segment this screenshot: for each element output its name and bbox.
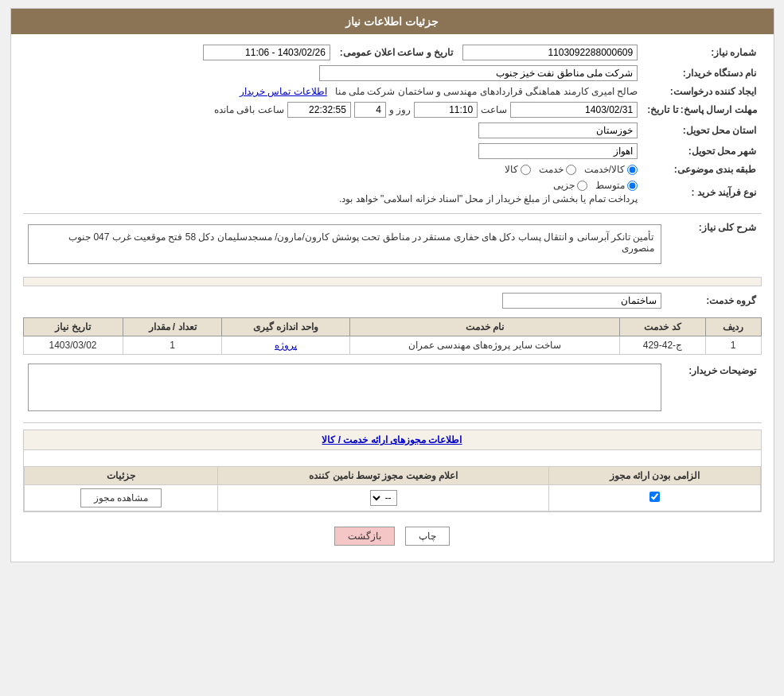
need-description-label: شرح کلی نیاز: <box>666 218 762 270</box>
cell-date: 1403/03/02 <box>23 336 123 355</box>
category-kala-khedmat-label: کالا/خدمت <box>584 164 625 175</box>
requester-name: صالح امیری کارمند هماهنگی قراردادهای مهن… <box>335 86 638 97</box>
col-qty: تعداد / مقدار <box>123 318 222 336</box>
process-type-note: پرداخت تمام یا بخشی از مبلغ خریدار از مح… <box>28 193 638 204</box>
deadline-time-input[interactable] <box>414 102 478 118</box>
table-row: 1 ج-42-429 ساخت سایر پروژه‌های مهندسی عم… <box>23 336 761 355</box>
cell-unit[interactable]: پروژه <box>222 336 349 355</box>
delivery-city-input[interactable] <box>478 143 638 159</box>
delivery-province-label: استان محل تحویل: <box>642 120 761 141</box>
permissions-section: اطلاعات مجوزهای ارائه خدمت / کالا الزامی… <box>23 430 762 512</box>
col-row: ردیف <box>705 318 761 336</box>
deadline-days-input[interactable] <box>354 102 386 118</box>
col-code: کد خدمت <box>620 318 706 336</box>
perm-status-select[interactable]: -- <box>370 490 397 506</box>
buyer-dept-input[interactable] <box>319 65 638 81</box>
need-description-text: تأمین تانکر آبرسانی و انتقال پساب دکل ها… <box>28 224 661 264</box>
perm-col-status: اعلام وضعیت مجوز توسط نامین کننده <box>218 467 549 485</box>
cell-qty: 1 <box>123 336 222 355</box>
category-kala-label: کالا <box>505 164 518 175</box>
hours-label: ساعت <box>481 104 507 115</box>
perm-col-details: جزئیات <box>24 467 218 485</box>
footer-buttons: بازگشت چاپ <box>23 519 762 554</box>
category-khedmat-label: خدمت <box>539 164 564 175</box>
requester-label: ایجاد کننده درخواست: <box>642 84 761 99</box>
delivery-city-label: شهر محل تحویل: <box>642 141 761 161</box>
cell-row: 1 <box>705 336 761 355</box>
buyer-dept-label: نام دستگاه خریدار: <box>642 63 761 84</box>
service-group-input[interactable] <box>502 293 661 309</box>
category-radio-kala-khedmat[interactable] <box>627 165 638 175</box>
cell-code: ج-42-429 <box>620 336 706 355</box>
view-permit-button[interactable]: مشاهده مجوز <box>80 488 162 507</box>
back-button[interactable]: بازگشت <box>334 527 395 546</box>
public-announce-label: تاریخ و ساعت اعلان عمومی: <box>335 42 458 63</box>
permissions-table: الزامی بودن ارائه مجوز اعلام وضعیت مجوز … <box>24 466 761 511</box>
page-title: جزئیات اطلاعات نیاز <box>11 9 774 34</box>
need-number-label: شماره نیاز: <box>642 42 761 63</box>
process-type-motawaset-label: متوسط <box>595 180 625 191</box>
submit-deadline-label: مهلت ارسال پاسخ: تا تاریخ: <box>642 99 761 120</box>
deadline-date-input[interactable] <box>510 102 638 118</box>
category-radio-kala[interactable] <box>521 165 531 175</box>
delivery-province-input[interactable] <box>478 122 638 138</box>
print-button[interactable]: چاپ <box>405 527 450 546</box>
announce-date-input[interactable] <box>203 45 330 60</box>
perm-status-cell: -- <box>218 485 549 511</box>
buyer-description-textarea[interactable] <box>28 364 661 411</box>
perm-required-checkbox[interactable] <box>649 492 660 502</box>
need-number-input[interactable] <box>462 45 638 60</box>
cell-name: ساخت سایر پروژه‌های مهندسی عمران <box>349 336 620 355</box>
perm-col-required: الزامی بودن ارائه مجوز <box>549 467 760 485</box>
category-label: طبقه بندی موضوعی: <box>642 161 761 177</box>
process-type-jozi-label: جزیی <box>553 180 575 191</box>
process-type-label: نوع فرآیند خرید : <box>642 177 761 207</box>
process-type-radio-motawaset[interactable] <box>627 181 638 191</box>
process-type-radio-jozi[interactable] <box>577 181 587 191</box>
days-label: روز و <box>389 104 411 115</box>
perm-table-row: -- مشاهده مجوز <box>24 485 760 511</box>
col-name: نام خدمت <box>349 318 620 336</box>
requester-link[interactable]: اطلاعات تماس خریدار <box>240 86 327 97</box>
deadline-hours-countdown[interactable] <box>287 102 351 118</box>
buyer-desc-label: توضیحات خریدار: <box>666 361 762 416</box>
services-info-header <box>23 277 762 286</box>
service-group-label: گروه خدمت: <box>666 290 762 311</box>
remaining-label: ساعت باقی مانده <box>214 104 284 115</box>
category-radio-khedmat[interactable] <box>566 165 576 175</box>
perm-required-checkbox-cell <box>549 485 760 511</box>
permissions-header-link[interactable]: اطلاعات مجوزهای ارائه خدمت / کالا <box>322 434 462 445</box>
perm-details-cell: مشاهده مجوز <box>24 485 218 511</box>
col-date: تاریخ نیاز <box>23 318 123 336</box>
services-table: ردیف کد خدمت نام خدمت واحد اندازه گیری ت… <box>23 317 762 355</box>
col-unit: واحد اندازه گیری <box>222 318 349 336</box>
